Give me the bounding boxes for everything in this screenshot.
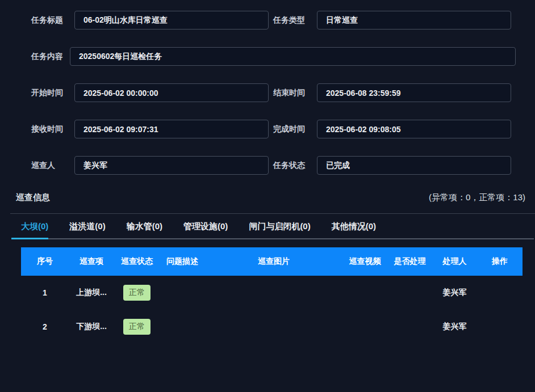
start-time-input[interactable]	[74, 83, 269, 102]
form-row-receive-finish: 接收时间 完成时间	[0, 120, 535, 138]
col-header-action: 操作	[477, 256, 523, 267]
section-title: 巡查信息	[16, 192, 50, 203]
cell-handler: 姜兴军	[432, 322, 477, 332]
receive-time-label: 接收时间	[0, 124, 74, 134]
category-tabs: 大坝(0) 溢洪道(0) 输水管(0) 管理设施(0) 闸门与启闭机(0) 其他…	[0, 221, 535, 239]
col-header-problem: 问题描述	[160, 256, 205, 267]
col-header-images: 巡查图片	[205, 256, 342, 267]
cell-no: 1	[21, 288, 69, 297]
items-count-summary: (异常项：0，正常项：13)	[429, 192, 525, 203]
task-detail-form: 任务标题 任务类型 任务内容 开始时间 结束时间 接收时间 完成时间 巡查人 任…	[0, 0, 535, 175]
task-type-input[interactable]	[317, 11, 511, 29]
col-header-video: 巡查视频	[342, 256, 387, 267]
cell-status: 正常	[114, 285, 160, 301]
inspection-info-section-header: 巡查信息 (异常项：0，正常项：13)	[0, 192, 535, 203]
task-title-input[interactable]	[74, 11, 269, 29]
table-row: 1 上游坝... 正常 姜兴军	[21, 276, 523, 310]
section-divider	[10, 213, 535, 214]
col-header-handler: 处理人	[432, 256, 477, 267]
task-status-label: 任务状态	[269, 161, 317, 171]
col-header-status: 巡查状态	[114, 256, 160, 267]
task-content-input[interactable]	[70, 47, 516, 66]
end-time-input[interactable]	[317, 83, 511, 102]
finish-time-input[interactable]	[317, 120, 511, 138]
cell-no: 2	[21, 322, 69, 331]
col-header-handled: 是否处理	[387, 256, 432, 267]
table-row: 2 下游坝... 正常 姜兴军	[21, 310, 523, 344]
task-title-label: 任务标题	[0, 15, 74, 26]
cell-item: 上游坝...	[69, 288, 114, 298]
tab-gate-hoist[interactable]: 闸门与启闭机(0)	[249, 221, 310, 239]
tab-dam[interactable]: 大坝(0)	[21, 221, 48, 239]
status-badge: 正常	[123, 319, 151, 335]
col-header-no: 序号	[21, 256, 69, 267]
tab-management-facility[interactable]: 管理设施(0)	[183, 221, 228, 239]
cell-status: 正常	[114, 319, 160, 335]
status-badge: 正常	[123, 285, 151, 301]
tab-other[interactable]: 其他情况(0)	[332, 221, 376, 239]
form-row-title-type: 任务标题 任务类型	[0, 11, 535, 29]
task-status-input[interactable]	[317, 156, 511, 175]
inspection-table: 序号 巡查项 巡查状态 问题描述 巡查图片 巡查视频 是否处理 处理人 操作 1…	[21, 247, 523, 344]
end-time-label: 结束时间	[269, 88, 317, 98]
finish-time-label: 完成时间	[269, 124, 317, 134]
task-content-label: 任务内容	[0, 52, 70, 62]
cell-item: 下游坝...	[69, 322, 114, 332]
start-time-label: 开始时间	[0, 88, 74, 98]
task-type-label: 任务类型	[269, 15, 317, 26]
col-header-item: 巡查项	[69, 256, 114, 267]
inspector-input[interactable]	[74, 156, 269, 175]
inspector-label: 巡查人	[0, 161, 74, 171]
tab-spillway[interactable]: 溢洪道(0)	[69, 221, 105, 239]
form-row-content: 任务内容	[0, 47, 535, 66]
form-row-inspector-status: 巡查人 任务状态	[0, 156, 535, 175]
receive-time-input[interactable]	[74, 120, 269, 138]
table-header-row: 序号 巡查项 巡查状态 问题描述 巡查图片 巡查视频 是否处理 处理人 操作	[21, 247, 523, 276]
form-row-start-end: 开始时间 结束时间	[0, 83, 535, 102]
tab-water-pipe[interactable]: 输水管(0)	[127, 221, 162, 239]
cell-handler: 姜兴军	[432, 288, 477, 298]
